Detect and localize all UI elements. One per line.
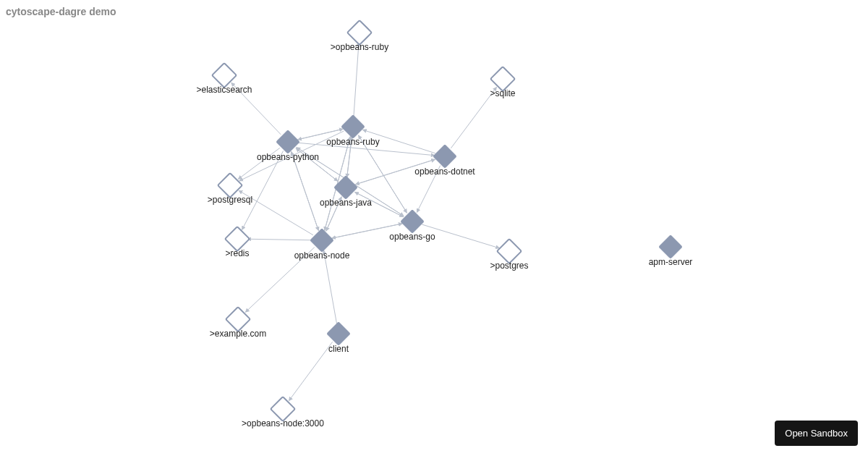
graph-node-example-com[interactable]: >example.com (229, 310, 247, 329)
graph-node-label: >opbeans-node:3000 (242, 418, 324, 428)
service-icon (333, 175, 358, 200)
service-icon (433, 144, 457, 169)
graph-node-opbeans-ruby[interactable]: opbeans-ruby (344, 118, 362, 135)
graph-node-label: opbeans-node (294, 250, 350, 261)
graph-node-label: opbeans-python (257, 152, 319, 162)
graph-edge (247, 239, 312, 240)
graph-node-label: opbeans-ruby (326, 137, 379, 147)
graph-canvas[interactable]: >opbeans-ruby>elasticsearch>sqliteopbean… (0, 0, 868, 456)
graph-node-label: opbeans-java (320, 198, 372, 208)
graph-edge (354, 43, 359, 117)
graph-node-postgresql[interactable]: >postgresql (221, 176, 239, 195)
graph-edges (0, 0, 868, 456)
graph-node-label: opbeans-dotnet (414, 166, 475, 177)
graph-node-opbeans-python[interactable]: opbeans-python (279, 133, 297, 151)
graph-node-label: >example.com (210, 329, 266, 339)
graph-node-client[interactable]: client (330, 325, 347, 342)
graph-node-label: >postgresql (208, 195, 252, 205)
graph-node-label: client (328, 344, 349, 354)
graph-node-label: >elasticsearch (196, 85, 252, 95)
graph-node-opbeans-dotnet[interactable]: opbeans-dotnet (436, 148, 454, 165)
graph-node-postgres[interactable]: >postgres (500, 242, 519, 261)
service-icon (310, 228, 334, 253)
graph-node-label: >opbeans-ruby (331, 42, 388, 52)
graph-edge (292, 151, 319, 231)
graph-edge (242, 151, 283, 229)
service-icon (326, 321, 351, 346)
graph-node-label: >sqlite (490, 88, 515, 98)
graph-edge (323, 250, 336, 324)
graph-node-elasticsearch[interactable]: >elasticsearch (215, 66, 234, 85)
graph-edge (292, 151, 319, 231)
graph-node-opbeans-ruby-ext[interactable]: >opbeans-ruby (350, 23, 369, 42)
graph-node-label: opbeans-go (389, 232, 435, 242)
graph-node-apm-server[interactable]: apm-server (662, 238, 679, 256)
graph-node-sqlite[interactable]: >sqlite (493, 69, 512, 88)
graph-edge (289, 342, 332, 400)
service-icon (341, 114, 365, 139)
graph-node-label: >redis (225, 248, 249, 258)
graph-node-opbeans-node[interactable]: opbeans-node (313, 232, 331, 249)
open-sandbox-button[interactable]: Open Sandbox (775, 421, 858, 446)
service-icon (276, 130, 300, 154)
service-icon (658, 235, 683, 259)
graph-node-opbeans-java[interactable]: opbeans-java (337, 179, 354, 196)
service-icon (400, 209, 425, 234)
graph-node-opbeans-node-3000[interactable]: >opbeans-node:3000 (273, 400, 292, 418)
graph-node-label: apm-server (649, 257, 693, 267)
graph-node-redis[interactable]: >redis (228, 229, 247, 248)
graph-node-label: >postgres (490, 261, 528, 271)
graph-node-opbeans-go[interactable]: opbeans-go (404, 213, 421, 230)
